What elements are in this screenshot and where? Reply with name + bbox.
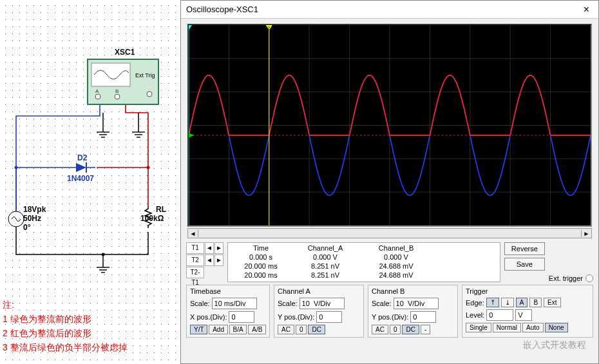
trig-single-button[interactable]: Single [466, 323, 491, 332]
diff-time: 20.000 ms [232, 271, 290, 280]
tb-ab-button[interactable]: A/B [248, 325, 266, 334]
rl-ref: RL [156, 205, 166, 214]
cursor-readout-table: Time Channel_A Channel_B 0.000 s 0.000 V… [227, 242, 500, 282]
titlebar[interactable]: Oscilloscope-XSC1 × [181, 1, 598, 19]
tb-add-button[interactable]: Add [209, 325, 227, 334]
cha-ac-button[interactable]: AC [278, 325, 294, 334]
tb-scale-label: Scale: [190, 300, 210, 307]
hdr-cha: Channel_A [290, 244, 361, 253]
hdr-chb: Channel_B [361, 244, 432, 253]
cha-dc-button[interactable]: DC [308, 325, 325, 334]
note-3: 3 整流后绿色的负半部分被虑掉 [3, 340, 128, 354]
scroll-right-icon[interactable]: ► [581, 230, 591, 237]
t2-right-icon[interactable]: ► [214, 254, 223, 266]
svg-rect-15 [91, 63, 130, 86]
trig-src-ext-button[interactable]: Ext [544, 298, 560, 307]
cursor-diff-label: T2-T1 [186, 267, 204, 278]
tb-xpos-input[interactable] [229, 311, 254, 323]
note-title: 注: [3, 298, 14, 312]
t2-left-icon[interactable]: ◄ [205, 254, 214, 266]
t2-time: 20.000 ms [232, 262, 290, 271]
trig-edge-fall-icon[interactable]: ⤓ [501, 298, 514, 307]
trig-level-label: Level: [466, 311, 484, 319]
scope-port-b-label: B [115, 88, 119, 94]
chb-0-button[interactable]: 0 [390, 325, 401, 334]
rl-val: 100kΩ [140, 214, 164, 223]
trig-level-input[interactable] [486, 309, 513, 321]
tb-xpos-label: X pos.(Div): [190, 313, 227, 321]
scope-screen[interactable]: 12 [187, 24, 592, 227]
svg-point-16 [95, 94, 100, 99]
chb-scale-input[interactable] [394, 298, 439, 309]
t2-cha: 8.251 nV [290, 262, 361, 271]
cha-ypos-input[interactable] [316, 311, 342, 323]
cha-0-button[interactable]: 0 [296, 325, 307, 334]
note-1: 1 绿色为整流前的波形 [3, 312, 91, 326]
src-voltage: 18Vpk [23, 205, 46, 214]
src-phase: 0° [23, 223, 30, 232]
cursor-t1-label[interactable]: T1 [186, 242, 204, 254]
horizontal-scrollbar[interactable]: ◄ ► [187, 228, 592, 238]
chb-ypos-label: Y pos.(Div): [372, 313, 408, 321]
t1-time: 0.000 s [232, 253, 290, 262]
t1-cha: 0.000 V [290, 253, 361, 262]
chb-ypos-input[interactable] [410, 311, 436, 323]
watermark: 嵌入式开发教程 [523, 340, 586, 351]
trigger-group: Trigger Edge: ⤒ ⤓ A B Ext Level: Single … [462, 285, 593, 338]
ext-trigger-label: Ext. trigger [549, 274, 583, 282]
close-icon[interactable]: × [580, 4, 593, 15]
t1-right-icon[interactable]: ► [214, 242, 223, 254]
chb-title: Channel B [372, 287, 454, 295]
reverse-button[interactable]: Reverse [504, 242, 545, 255]
scope-ref: XSC1 [115, 48, 135, 57]
trig-src-b-button[interactable]: B [529, 298, 542, 307]
svg-point-19 [15, 166, 18, 169]
save-button[interactable]: Save [504, 258, 545, 271]
cursor-nudge-buttons: T1 ◄ ► T2 ◄ ► T2-T1 [186, 242, 223, 282]
chb-minus-button[interactable]: - [421, 325, 430, 334]
tb-yt-button[interactable]: Y/T [190, 325, 207, 334]
svg-point-20 [147, 166, 150, 169]
cha-scale-label: Scale: [278, 300, 298, 307]
tb-ba-button[interactable]: B/A [229, 325, 247, 334]
t1-chb: 0.000 V [361, 253, 432, 262]
diode-part: 1N4007 [67, 174, 94, 183]
trig-normal-button[interactable]: Normal [493, 323, 521, 332]
timebase-title: Timebase [190, 287, 266, 295]
cha-ypos-label: Y pos.(Div): [278, 313, 314, 321]
cursor-t2-label[interactable]: T2 [186, 254, 204, 266]
oscilloscope-window: Oscilloscope-XSC1 × 12 ◄ ► T1 ◄ ► T2 ◄ ►… [180, 0, 599, 364]
svg-point-18 [147, 91, 152, 97]
diode-ref: D2 [77, 153, 87, 162]
svg-marker-43 [189, 133, 194, 138]
t2-chb: 24.688 mV [361, 262, 432, 271]
svg-text:2: 2 [267, 25, 271, 31]
window-title: Oscilloscope-XSC1 [186, 5, 258, 14]
trig-auto-button[interactable]: Auto [522, 323, 544, 332]
note-2: 2 红色为整流后的波形 [3, 326, 91, 340]
trig-title: Trigger [466, 287, 589, 295]
tb-scale-input[interactable] [212, 298, 257, 309]
schematic-canvas: A B XSC1 Ext Trig D2 1N4007 18Vpk 50Hz 0… [0, 0, 180, 364]
trig-level-unit[interactable] [515, 309, 532, 321]
scope-port-a-label: A [95, 88, 99, 94]
chb-scale-label: Scale: [372, 300, 392, 307]
trig-edge-rise-icon[interactable]: ⤒ [486, 298, 499, 307]
svg-point-17 [115, 94, 120, 99]
hdr-time: Time [232, 244, 290, 253]
diff-chb: 24.688 mV [361, 271, 432, 280]
svg-marker-10 [76, 163, 86, 172]
scope-plot: 12 [189, 25, 591, 225]
chb-ac-button[interactable]: AC [372, 325, 388, 334]
t1-left-icon[interactable]: ◄ [205, 242, 214, 254]
scroll-left-icon[interactable]: ◄ [188, 230, 198, 237]
trig-src-a-button[interactable]: A [516, 298, 528, 307]
scope-ext-label: Ext Trig [135, 72, 155, 79]
svg-point-21 [102, 253, 105, 256]
diff-cha: 8.251 nV [290, 271, 361, 280]
trig-none-button[interactable]: None [545, 323, 568, 332]
cha-scale-input[interactable] [300, 298, 345, 309]
schematic-svg: A B [0, 0, 180, 296]
timebase-group: Timebase Scale: X pos.(Div): Y/T Add B/A… [186, 285, 270, 338]
chb-dc-button[interactable]: DC [402, 325, 419, 334]
